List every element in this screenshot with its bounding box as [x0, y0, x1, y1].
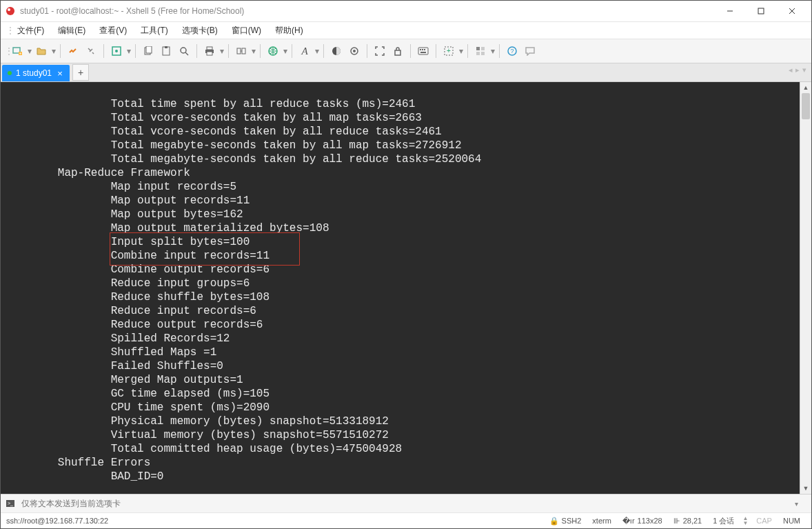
- color-scheme-icon[interactable]: [328, 43, 345, 59]
- new-tab-button[interactable]: +: [72, 64, 89, 81]
- keyboard-icon[interactable]: [415, 43, 432, 59]
- tab-nav: ◂ ▸ ▾: [788, 66, 807, 74]
- svg-point-0: [6, 7, 14, 15]
- compose-target-icon[interactable]: ▾: [795, 500, 807, 508]
- statusbar: ssh://root@192.168.77.130:22 🔒SSH2 xterm…: [1, 512, 811, 528]
- menu-help[interactable]: 帮助(H): [270, 23, 309, 38]
- compose-bar: >_ ▾: [1, 494, 811, 512]
- highlight-icon[interactable]: [346, 43, 363, 59]
- new-window-icon[interactable]: +: [440, 43, 457, 59]
- status-size: �ır113x28: [617, 517, 668, 526]
- svg-rect-27: [418, 48, 428, 54]
- dropdown-icon[interactable]: ▾: [490, 46, 495, 56]
- reconnect-icon[interactable]: [65, 43, 81, 59]
- svg-text:>_: >_: [8, 501, 13, 506]
- svg-rect-31: [420, 52, 426, 53]
- lock-icon[interactable]: [389, 43, 406, 59]
- svg-rect-29: [422, 49, 423, 50]
- maximize-button[interactable]: [746, 1, 776, 21]
- status-connection: ssh://root@192.168.77.130:22: [6, 517, 544, 525]
- menu-file[interactable]: 文件(F): [12, 23, 50, 38]
- copy-icon[interactable]: [140, 43, 156, 59]
- session-stepper[interactable]: ▲▼: [740, 516, 751, 526]
- menu-tools[interactable]: 工具(T): [135, 23, 173, 38]
- toolbar: ⋮ + ▾ ▾ ▾ ▾ ▾ ▾ A ▾ + ▾: [1, 39, 811, 63]
- feedback-icon[interactable]: [522, 43, 538, 59]
- tab-close-icon[interactable]: ×: [56, 69, 64, 77]
- tab-list-icon[interactable]: ▾: [802, 66, 807, 74]
- paste-icon[interactable]: [158, 43, 174, 59]
- print-icon[interactable]: [201, 43, 218, 59]
- dropdown-icon[interactable]: ▾: [27, 46, 32, 56]
- dropdown-icon[interactable]: ▾: [219, 46, 224, 56]
- svg-rect-17: [207, 47, 212, 50]
- svg-rect-3: [758, 8, 764, 14]
- scroll-thumb[interactable]: [802, 93, 810, 119]
- tab-prev-icon[interactable]: ◂: [788, 66, 793, 74]
- disconnect-icon[interactable]: [83, 43, 99, 59]
- lock-icon: 🔒: [549, 517, 559, 526]
- status-sessions: 1 会话: [707, 516, 740, 526]
- svg-rect-35: [481, 47, 485, 50]
- compose-input[interactable]: [20, 498, 791, 509]
- scrollbar[interactable]: ▲ ▼: [800, 82, 811, 494]
- dropdown-icon[interactable]: ▾: [251, 46, 256, 56]
- dropdown-icon[interactable]: ▾: [283, 46, 287, 56]
- svg-point-1: [8, 8, 10, 11]
- svg-text:+: +: [447, 47, 451, 54]
- scroll-up-icon[interactable]: ▲: [800, 82, 811, 93]
- dropdown-icon[interactable]: ▾: [458, 46, 463, 56]
- tile-icon[interactable]: [472, 43, 489, 59]
- svg-line-16: [185, 52, 188, 55]
- scroll-down-icon[interactable]: ▼: [800, 483, 811, 494]
- menu-view[interactable]: 查看(V): [94, 23, 132, 38]
- terminal-output[interactable]: Total time spent by all reduce tasks (ms…: [1, 93, 800, 483]
- status-caps: CAP: [751, 517, 778, 525]
- app-window: study01 - root@localhost:~ - Xshell 5 (F…: [0, 0, 812, 529]
- svg-rect-37: [481, 52, 485, 55]
- titlebar: study01 - root@localhost:~ - Xshell 5 (F…: [1, 1, 811, 22]
- svg-point-15: [181, 48, 186, 53]
- dropdown-icon[interactable]: ▾: [126, 46, 131, 56]
- svg-text:?: ?: [510, 48, 514, 54]
- svg-rect-14: [165, 46, 168, 48]
- dropdown-icon[interactable]: ▾: [314, 46, 319, 56]
- menu-window[interactable]: 窗口(W): [226, 23, 267, 38]
- dropdown-icon[interactable]: ▾: [51, 46, 56, 56]
- new-session-icon[interactable]: +: [9, 43, 26, 59]
- status-protocol: 🔒SSH2: [544, 517, 587, 526]
- svg-rect-21: [242, 48, 245, 54]
- font-icon[interactable]: A: [296, 43, 313, 59]
- svg-rect-26: [395, 50, 400, 55]
- app-icon: [5, 6, 16, 17]
- window-controls: [715, 1, 807, 21]
- scroll-track[interactable]: [800, 93, 811, 483]
- svg-rect-19: [207, 52, 212, 55]
- connection-status-icon: [8, 71, 12, 75]
- fullscreen-icon[interactable]: [372, 43, 388, 59]
- svg-rect-34: [476, 47, 480, 50]
- session-tab[interactable]: 1 study01 ×: [2, 65, 70, 81]
- svg-text:+: +: [19, 51, 22, 55]
- compose-icon: >_: [5, 498, 16, 509]
- find-icon[interactable]: [176, 43, 192, 59]
- menubar: ⋮ 文件(F) 编辑(E) 查看(V) 工具(T) 选项卡(B) 窗口(W) 帮…: [1, 22, 811, 39]
- menu-edit[interactable]: 编辑(E): [52, 23, 91, 38]
- minimize-button[interactable]: [715, 1, 745, 21]
- svg-rect-20: [237, 48, 241, 54]
- window-title: study01 - root@localhost:~ - Xshell 5 (F…: [20, 6, 715, 16]
- close-button[interactable]: [777, 1, 807, 21]
- menu-tab[interactable]: 选项卡(B): [176, 23, 223, 38]
- help-icon[interactable]: ?: [504, 43, 520, 59]
- status-num: NUM: [778, 517, 806, 525]
- terminal-area: Total time spent by all reduce tasks (ms…: [1, 82, 811, 494]
- cursor-icon: ⊪: [673, 517, 680, 526]
- transfer-icon[interactable]: [233, 43, 250, 59]
- tab-next-icon[interactable]: ▸: [795, 66, 800, 74]
- tabbar: 1 study01 × + ◂ ▸ ▾: [1, 63, 811, 82]
- open-icon[interactable]: [33, 43, 50, 59]
- size-icon: �ır: [622, 517, 635, 526]
- globe-icon[interactable]: [265, 43, 281, 59]
- svg-point-25: [353, 50, 356, 52]
- properties-icon[interactable]: [108, 43, 125, 59]
